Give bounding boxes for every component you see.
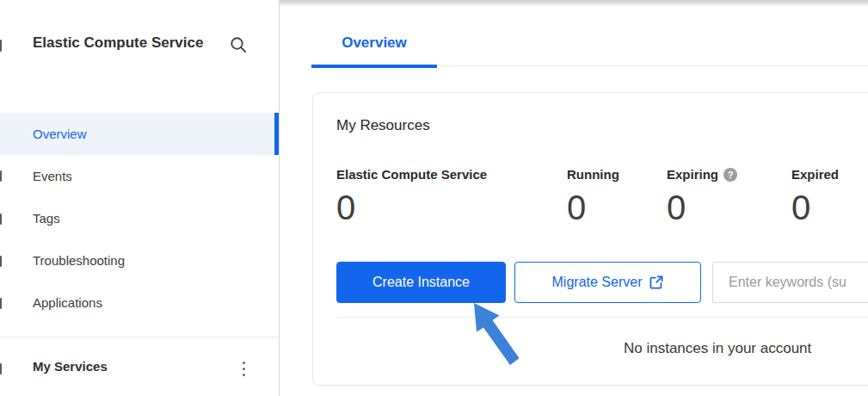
my-resources-card: My Resources Elastic Compute Service 0 R… — [312, 92, 868, 386]
stat-label: Running — [567, 167, 619, 182]
my-services-label: My Services — [33, 359, 108, 374]
stat-value: 0 — [336, 189, 487, 226]
stat-expiring: Expiring? 0 — [667, 167, 737, 226]
stat-ecs: Elastic Compute Service 0 — [336, 167, 487, 226]
migrate-server-label: Migrate Server — [552, 275, 643, 290]
create-instance-button[interactable]: Create Instance — [336, 262, 506, 303]
migrate-server-button[interactable]: Migrate Server — [514, 262, 701, 303]
stat-value: 0 — [791, 189, 839, 226]
sidebar-title: Elastic Compute Service — [33, 29, 209, 56]
active-tab-indicator — [311, 65, 437, 68]
stat-value: 0 — [567, 189, 619, 226]
stat-running: Running 0 — [567, 167, 619, 226]
main-content: Overview My Resources Elastic Compute Se… — [280, 0, 868, 396]
sidebar-item-label: Tags — [33, 211, 60, 226]
sidebar-divider — [0, 337, 279, 337]
stat-expired: Expired 0 — [791, 167, 839, 226]
sidebar-item-label: Overview — [33, 127, 87, 141]
card-divider — [336, 317, 868, 318]
clipped-left-content — [0, 40, 2, 52]
stat-label: Elastic Compute Service — [336, 167, 487, 182]
card-title: My Resources — [336, 117, 430, 134]
tab-bar: Overview — [311, 24, 868, 66]
stat-value: 0 — [667, 189, 737, 226]
sidebar-item-events[interactable]: Events — [0, 155, 279, 197]
sidebar-item-overview[interactable]: Overview — [0, 113, 279, 155]
sidebar-item-label: Applications — [33, 295, 102, 310]
help-icon[interactable]: ? — [723, 168, 737, 182]
sidebar-item-label: Troubleshooting — [33, 253, 125, 268]
my-services-section: My Services — [0, 356, 279, 383]
external-link-icon — [649, 275, 663, 289]
sidebar-item-tags[interactable]: Tags — [0, 197, 279, 239]
sidebar-nav: Overview Events Tags Troubleshooting App… — [0, 113, 279, 324]
tab-label: Overview — [342, 34, 407, 51]
sidebar-item-label: Events — [33, 169, 72, 183]
kebab-menu-icon[interactable] — [236, 358, 251, 379]
sidebar-item-applications[interactable]: Applications — [0, 282, 279, 324]
empty-state-text: No instances in your account — [624, 340, 811, 357]
tab-overview[interactable]: Overview — [311, 24, 437, 66]
stat-label: Expired — [791, 167, 839, 182]
sidebar-item-troubleshooting[interactable]: Troubleshooting — [0, 239, 279, 282]
sidebar: Elastic Compute Service Overview Events … — [0, 0, 279, 396]
keyword-search-input[interactable] — [712, 262, 868, 303]
stat-label: Expiring? — [667, 167, 737, 182]
search-icon[interactable] — [229, 35, 248, 54]
